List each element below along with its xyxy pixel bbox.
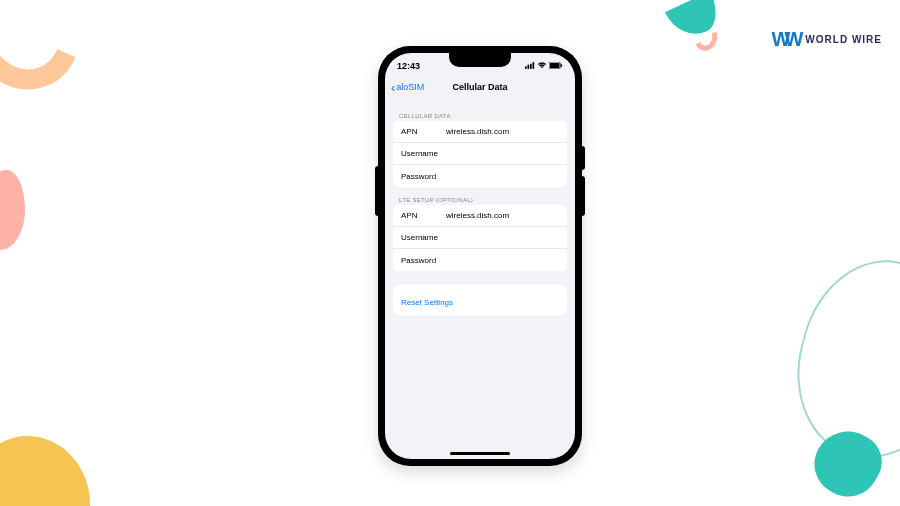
phone-side-button (375, 166, 378, 216)
svg-rect-2 (530, 64, 532, 69)
battery-icon (549, 61, 563, 71)
status-time: 12:43 (397, 61, 420, 71)
decoration-top-left (0, 0, 97, 105)
phone-notch (449, 53, 511, 67)
section-header-cellular: CELLULAR DATA (393, 103, 567, 121)
username-label: Username (401, 149, 446, 158)
lte-username-row[interactable]: Username (393, 227, 567, 249)
password-input[interactable] (446, 172, 559, 181)
phone-frame: 12:43 ‹ aloSIM Cellular Data (378, 46, 582, 466)
page-title: Cellular Data (385, 82, 575, 92)
lte-password-label: Password (401, 256, 446, 265)
reset-settings-label: Reset Settings (401, 298, 453, 307)
brand-icon: WW (772, 28, 798, 51)
home-indicator[interactable] (450, 452, 510, 455)
lte-apn-label: APN (401, 211, 446, 220)
brand-text: WORLD WIRE (805, 34, 882, 45)
phone-side-button (582, 146, 585, 170)
username-row[interactable]: Username (393, 143, 567, 165)
decoration-left-blob (0, 170, 25, 250)
lte-apn-row[interactable]: APN (393, 205, 567, 227)
apn-label: APN (401, 127, 446, 136)
lte-apn-input[interactable] (446, 211, 559, 220)
svg-rect-0 (525, 66, 527, 69)
svg-rect-1 (528, 65, 530, 69)
wifi-icon (537, 61, 547, 71)
svg-rect-3 (533, 62, 535, 69)
svg-rect-6 (561, 64, 562, 67)
username-input[interactable] (446, 149, 559, 158)
signal-icon (525, 61, 535, 71)
lte-username-label: Username (401, 233, 446, 242)
password-row[interactable]: Password (393, 165, 567, 187)
phone-screen: 12:43 ‹ aloSIM Cellular Data (385, 53, 575, 459)
svg-rect-5 (550, 63, 560, 68)
phone-side-button (582, 176, 585, 216)
apn-input[interactable] (446, 127, 559, 136)
navigation-bar: ‹ aloSIM Cellular Data (385, 75, 575, 99)
lte-password-input[interactable] (446, 256, 559, 265)
section-header-lte: LTE SETUP (OPTIONAL) (393, 187, 567, 205)
decoration-bottom-left-blob (0, 436, 90, 506)
lte-password-row[interactable]: Password (393, 249, 567, 271)
password-label: Password (401, 172, 446, 181)
reset-settings-button[interactable]: Reset Settings (393, 285, 567, 315)
brand-logo: WW WORLD WIRE (772, 28, 882, 51)
lte-group: APN Username Password (393, 205, 567, 271)
apn-row[interactable]: APN (393, 121, 567, 143)
cellular-group: APN Username Password (393, 121, 567, 187)
lte-username-input[interactable] (446, 233, 559, 242)
